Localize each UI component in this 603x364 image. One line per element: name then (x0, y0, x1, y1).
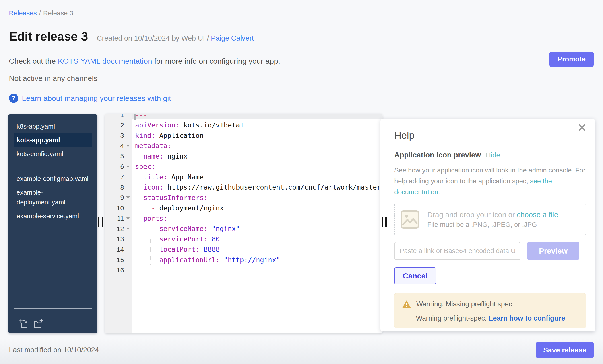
help-description-period: . (438, 188, 440, 196)
doc-row: Check out the KOTS YAML documentation fo… (9, 57, 280, 66)
line-number: 5 (105, 152, 124, 160)
code-line[interactable]: 6spec: (105, 162, 383, 172)
file-item-example-configmap[interactable]: example-configmap.yaml (14, 172, 92, 186)
title-row: Edit release 3 Created on 10/10/2024 by … (9, 29, 254, 44)
line-number: 3 (105, 132, 124, 139)
code-line[interactable]: 15 applicationUrl: "http://nginx" (105, 255, 383, 265)
page-title: Edit release 3 (9, 29, 88, 44)
preview-button[interactable]: Preview (527, 242, 579, 260)
yaml-code-editor[interactable]: 1--- 2apiVersion: kots.io/v1beta1 3kind:… (105, 114, 383, 333)
code-line[interactable]: 7 title: App Name (105, 172, 383, 182)
code-line[interactable]: 10 - deployment/nginx (105, 203, 383, 213)
line-number: 14 (105, 246, 124, 253)
help-description: See how your application icon will look … (394, 165, 586, 197)
code-line[interactable]: 14 localPort: 8888 (105, 244, 383, 255)
fold-icon[interactable] (126, 165, 130, 168)
git-releases-link[interactable]: Learn about managing your releases with … (22, 94, 171, 103)
created-author-link[interactable]: Paige Calvert (211, 34, 254, 42)
code-line[interactable]: 2apiVersion: kots.io/v1beta1 (105, 120, 383, 131)
line-number: 16 (105, 266, 124, 274)
fold-icon[interactable] (126, 217, 130, 220)
add-folder-icon[interactable] (33, 318, 44, 329)
file-group-divider (14, 166, 92, 166)
save-release-button[interactable]: Save release (536, 342, 594, 358)
warning-detail: Warning preflight-spec. Learn how to con… (416, 314, 578, 322)
code-line[interactable]: 11 ports: (105, 213, 383, 224)
kots-yaml-doc-link[interactable]: KOTS YAML documentation (58, 57, 152, 65)
code-line[interactable]: 8 icon: https://raw.githubusercontent.co… (105, 182, 383, 193)
code-line[interactable]: 3kind: Application (105, 130, 383, 141)
last-modified-text: Last modified on 10/10/2024 (9, 346, 99, 354)
line-number: 9 (105, 194, 124, 201)
tree-actions (8, 314, 97, 333)
paste-row: Preview (394, 242, 586, 260)
line-number: 13 (105, 235, 124, 243)
resize-bar (385, 217, 387, 227)
doc-prefix: Check out the (9, 57, 58, 65)
code-line[interactable]: 13 servicePort: 80 (105, 234, 383, 244)
breadcrumb-releases-link[interactable]: Releases (9, 9, 37, 17)
indent-guide (150, 234, 151, 265)
help-description-text: See how your application icon will look … (394, 166, 585, 185)
fold-icon[interactable] (126, 145, 130, 147)
code-line[interactable]: 4metadata: (105, 141, 383, 151)
resize-bar (382, 217, 383, 227)
close-icon[interactable]: ✕ (577, 122, 587, 133)
dropzone-hint: File must be a .PNG, .JPEG, or .JPG (427, 221, 558, 228)
line-number: 12 (105, 225, 124, 232)
warning-title: Warning: Missing preflight spec (416, 300, 512, 308)
warning-triangle-icon (402, 300, 411, 308)
warning-detail-text: Warning preflight-spec. (416, 314, 489, 322)
code-line[interactable]: 5 name: nginx (105, 151, 383, 162)
resize-bar (98, 217, 99, 227)
code-line[interactable]: 16 (105, 265, 383, 276)
file-tree-sidebar: k8s-app.yaml kots-app.yaml kots-config.y… (8, 114, 97, 333)
line-number: 1 (105, 114, 124, 119)
line-number: 8 (105, 184, 124, 191)
created-text: Created on 10/10/2024 by Web UI / (97, 34, 209, 42)
help-section-row: Application icon preview Hide (394, 151, 586, 159)
workspace: k8s-app.yaml kots-app.yaml kots-config.y… (0, 114, 603, 333)
channel-status: Not active in any channels (9, 74, 97, 83)
file-item-k8s-app[interactable]: k8s-app.yaml (14, 119, 92, 133)
promote-button[interactable]: Promote (549, 52, 594, 67)
choose-file-link[interactable]: choose a file (517, 210, 558, 219)
dropzone-text: Drag and drop your icon or choose a file… (427, 210, 558, 228)
line-number: 11 (105, 215, 124, 222)
code-line[interactable]: 1--- (105, 114, 383, 120)
file-item-example-service[interactable]: example-service.yaml (14, 209, 92, 223)
code-line[interactable]: 12 - serviceName: "nginx" (105, 224, 383, 234)
breadcrumb-current: Release 3 (43, 9, 73, 17)
tree-bottom-divider (14, 308, 92, 309)
file-item-kots-app-selected[interactable]: kots-app.yaml (14, 133, 92, 147)
line-number: 10 (105, 204, 124, 212)
learn-configure-link[interactable]: Learn how to configure (489, 314, 565, 322)
icon-preview-title: Application icon preview (394, 151, 481, 159)
hide-link[interactable]: Hide (486, 151, 500, 159)
code-lines: 1--- 2apiVersion: kots.io/v1beta1 3kind:… (105, 114, 383, 275)
file-item-example-deployment[interactable]: example-deployment.yaml (14, 186, 92, 209)
file-list: k8s-app.yaml kots-app.yaml kots-config.y… (8, 119, 97, 161)
created-info: Created on 10/10/2024 by Web UI / Paige … (97, 34, 254, 42)
fold-icon[interactable] (126, 228, 130, 230)
line-number: 4 (105, 142, 124, 150)
question-icon: ? (9, 94, 18, 103)
dropzone-prefix: Drag and drop your icon or (427, 210, 517, 219)
resize-bar (102, 217, 103, 227)
icon-url-input[interactable] (394, 242, 521, 260)
breadcrumb: Releases/Release 3 (9, 9, 73, 17)
icon-dropzone[interactable]: Drag and drop your icon or choose a file… (394, 204, 586, 235)
help-title: Help (394, 130, 586, 141)
sidebar-resize-handle[interactable] (98, 217, 103, 227)
release-editor-page: Releases/Release 3 Edit release 3 Create… (0, 0, 603, 364)
warning-row: Warning: Missing preflight spec (402, 300, 578, 308)
fold-icon[interactable] (126, 197, 130, 199)
add-file-icon[interactable] (19, 318, 29, 329)
line-number: 15 (105, 256, 124, 264)
breadcrumb-separator: / (37, 9, 43, 17)
line-number: 2 (105, 121, 124, 129)
cancel-button[interactable]: Cancel (394, 267, 436, 284)
file-item-kots-config[interactable]: kots-config.yaml (14, 147, 92, 161)
code-line[interactable]: 9 statusInformers: (105, 192, 383, 203)
help-resize-handle[interactable] (382, 217, 387, 227)
